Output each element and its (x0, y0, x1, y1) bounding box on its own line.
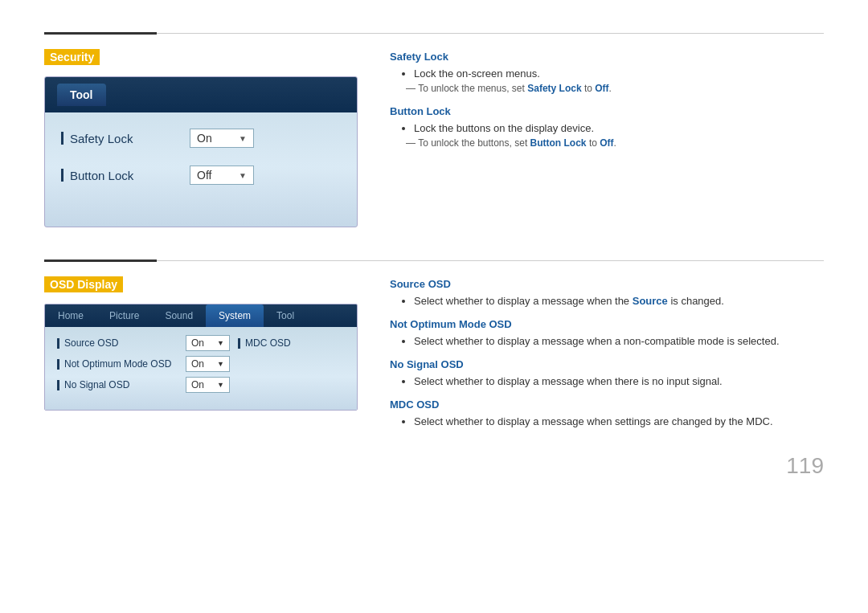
rule-dark (44, 32, 157, 35)
osd-row-no-signal: No Signal OSD On ▼ (57, 377, 230, 393)
tool-panel-header: Tool (45, 77, 357, 112)
osd-body-cols: Source OSD On ▼ Not Optimum Mode OSD On (57, 335, 345, 398)
mdc-osd-title: MDC OSD (390, 398, 824, 411)
mid-rule-light (157, 260, 824, 261)
button-lock-off-link: Off (600, 137, 613, 149)
osd-left-col: Source OSD On ▼ Not Optimum Mode OSD On (57, 335, 230, 398)
tool-row-safety-lock: Safety Lock On ▼ (61, 129, 341, 148)
button-lock-link: Button Lock (530, 137, 587, 149)
safety-lock-arrow-icon: ▼ (239, 134, 247, 143)
tool-panel-header-tab: Tool (57, 84, 106, 106)
security-section: Security Tool Safety Lock On ▼ (44, 49, 824, 227)
button-lock-sub: To unlock the buttons, set Button Lock t… (406, 137, 824, 149)
tab-tool[interactable]: Tool (264, 304, 307, 327)
osd-row-source: Source OSD On ▼ (57, 335, 230, 351)
button-lock-desc-title: Button Lock (390, 105, 824, 117)
tab-system[interactable]: System (206, 304, 264, 327)
security-col-left: Security Tool Safety Lock On ▼ (44, 49, 358, 227)
no-signal-desc: No Signal OSD Select whether to display … (390, 358, 824, 387)
not-optimum-bullet: Select whether to display a message when… (414, 335, 824, 347)
button-lock-bullet: Lock the buttons on the display device. (414, 122, 824, 134)
osd-no-signal-value: On (191, 379, 204, 390)
tab-home[interactable]: Home (45, 304, 96, 327)
osd-source-select[interactable]: On ▼ (186, 335, 230, 351)
osd-tab-bar: Home Picture Sound System Tool (45, 304, 357, 327)
rule-light (157, 33, 824, 34)
tool-panel: Tool Safety Lock On ▼ Butt (44, 76, 358, 227)
osd-body: Source OSD On ▼ Not Optimum Mode OSD On (45, 327, 357, 410)
osd-source-label: Source OSD (57, 337, 186, 349)
source-osd-bullet: Select whether to display a message when… (414, 295, 824, 307)
safety-lock-select[interactable]: On ▼ (190, 129, 254, 148)
not-optimum-desc: Not Optimum Mode OSD Select whether to d… (390, 318, 824, 347)
safety-lock-off-link: Off (595, 83, 608, 94)
osd-heading: OSD Display (44, 276, 123, 292)
button-lock-select[interactable]: Off ▼ (190, 166, 254, 185)
tool-row-button-lock: Button Lock Off ▼ (61, 166, 341, 185)
top-rules (44, 32, 824, 35)
source-osd-title: Source OSD (390, 278, 824, 290)
source-osd-desc: Source OSD Select whether to display a m… (390, 278, 824, 307)
safety-lock-desc: Safety Lock Lock the on-screen menus. To… (390, 51, 824, 94)
osd-section: OSD Display Home Picture Sound System To… (44, 276, 824, 439)
tab-picture[interactable]: Picture (96, 304, 152, 327)
security-heading: Security (44, 49, 100, 65)
mdc-osd-desc: MDC OSD Select whether to display a mess… (390, 398, 824, 427)
mdc-osd-bullet: Select whether to display a message when… (414, 415, 824, 427)
osd-row-not-optimum: Not Optimum Mode OSD On ▼ (57, 356, 230, 372)
mid-rules (44, 260, 824, 262)
safety-lock-label-text: Safety Lock (70, 132, 133, 145)
button-lock-desc: Button Lock Lock the buttons on the disp… (390, 105, 824, 149)
security-col-right: Safety Lock Lock the on-screen menus. To… (390, 49, 824, 227)
osd-col-left: OSD Display Home Picture Sound System To… (44, 276, 358, 439)
mid-rule-dark (44, 260, 157, 262)
button-lock-arrow-icon: ▼ (239, 171, 247, 180)
safety-lock-sub: To unlock the menus, set Safety Lock to … (406, 83, 824, 94)
osd-not-optimum-arrow-icon: ▼ (217, 360, 224, 368)
safety-lock-value: On (197, 132, 212, 145)
osd-panel: Home Picture Sound System Tool Source OS… (44, 304, 358, 411)
button-lock-label: Button Lock (61, 169, 190, 182)
osd-no-signal-select[interactable]: On ▼ (186, 377, 230, 393)
osd-no-signal-arrow-icon: ▼ (217, 381, 224, 389)
safety-lock-link: Safety Lock (527, 83, 581, 94)
safety-lock-desc-title: Safety Lock (390, 51, 824, 63)
button-lock-value: Off (197, 169, 211, 182)
safety-lock-label: Safety Lock (61, 132, 190, 145)
osd-mdc-label: MDC OSD (238, 337, 358, 349)
safety-lock-bullet: Lock the on-screen menus. (414, 67, 824, 80)
not-optimum-title: Not Optimum Mode OSD (390, 318, 824, 330)
no-signal-title: No Signal OSD (390, 358, 824, 370)
osd-source-value: On (191, 337, 204, 349)
osd-row-mdc: MDC OSD On ▼ (238, 335, 358, 351)
source-link: Source (633, 295, 668, 307)
no-signal-bullet: Select whether to display a message when… (414, 375, 824, 387)
tab-sound[interactable]: Sound (152, 304, 206, 327)
page-number: 119 (786, 453, 824, 479)
osd-not-optimum-value: On (191, 358, 204, 370)
osd-not-optimum-select[interactable]: On ▼ (186, 356, 230, 372)
osd-source-arrow-icon: ▼ (217, 339, 224, 347)
tool-panel-body: Safety Lock On ▼ Button Lock Off (45, 112, 357, 227)
button-lock-label-text: Button Lock (70, 169, 133, 182)
osd-col-right: Source OSD Select whether to display a m… (390, 276, 824, 439)
page-container: Security Tool Safety Lock On ▼ (0, 0, 868, 503)
osd-no-signal-label: No Signal OSD (57, 379, 186, 390)
osd-not-optimum-label: Not Optimum Mode OSD (57, 358, 186, 370)
osd-right-col: MDC OSD On ▼ (230, 335, 358, 398)
